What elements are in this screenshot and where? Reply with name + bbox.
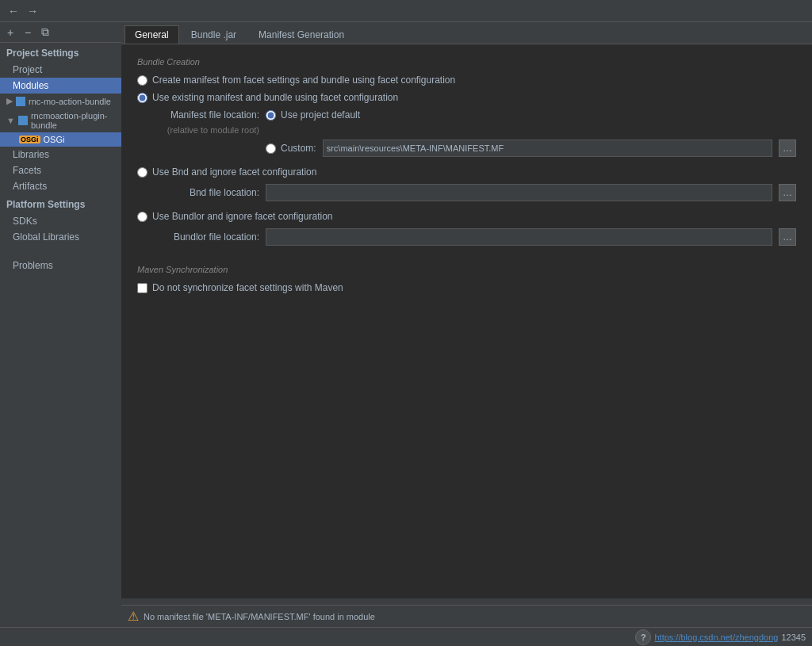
radio-create-manifest-label: Create manifest from facet settings and …: [152, 75, 455, 86]
tabs-container: General Bundle .jar Manifest Generation: [121, 22, 812, 44]
forward-button[interactable]: →: [25, 4, 40, 18]
sidebar-item-problems[interactable]: Problems: [0, 258, 121, 273]
radio-create-manifest[interactable]: Create manifest from facet settings and …: [137, 75, 796, 86]
left-panel: + − ⧉ Project Settings Project Modules ▶…: [0, 22, 121, 627]
nav-controls: ← →: [6, 4, 40, 18]
tree-item-label: rnc-mo-action-bundle: [29, 97, 111, 106]
add-button[interactable]: +: [3, 25, 17, 40]
osgi-badge: OSGi: [19, 136, 40, 143]
project-settings-header: Project Settings: [0, 43, 121, 62]
bundlor-browse-button[interactable]: …: [779, 228, 796, 246]
maven-checkbox[interactable]: [137, 283, 147, 293]
tree-item-osgi-label: OSGi: [44, 135, 65, 144]
custom-row: Custom: …: [156, 140, 796, 157]
custom-radio[interactable]: [266, 143, 276, 154]
radio-bundlor[interactable]: Use Bundlor and ignore facet configurati…: [137, 211, 796, 222]
page-number: 12345: [781, 633, 806, 642]
tree-item-plugin-bundle[interactable]: ▼ rncmoaction-plugin-bundle: [0, 109, 121, 132]
radio-bundlor-label: Use Bundlor and ignore facet configurati…: [152, 211, 332, 222]
back-button[interactable]: ←: [6, 4, 21, 18]
manifest-location-row: Manifest file location: Use project defa…: [156, 109, 796, 120]
maven-checkbox-row[interactable]: Do not synchronize facet settings with M…: [137, 282, 796, 293]
bnd-path-input[interactable]: [266, 184, 772, 201]
sidebar-item-sdks[interactable]: SDKs: [0, 213, 121, 229]
use-project-default-option[interactable]: Use project default: [266, 109, 360, 120]
radio-use-existing-input[interactable]: [137, 93, 147, 103]
radio-bnd-input[interactable]: [137, 167, 147, 178]
status-message: No manifest file 'META-INF/MANIFEST.MF' …: [144, 612, 375, 621]
sidebar-item-modules[interactable]: Modules: [0, 78, 121, 94]
bnd-location-row: Bnd file location: …: [156, 184, 796, 201]
tree-item-osgi[interactable]: OSGi OSGi: [0, 132, 121, 147]
maven-sync-label: Maven Synchronization: [137, 265, 796, 274]
sidebar-item-global-libraries[interactable]: Global Libraries: [0, 229, 121, 245]
radio-create-manifest-input[interactable]: [137, 75, 147, 86]
scrollbar[interactable]: [121, 598, 812, 605]
platform-settings-header: Platform Settings: [0, 194, 121, 213]
status-bar: ⚠ No manifest file 'META-INF/MANIFEST.MF…: [121, 605, 812, 627]
url-link[interactable]: https://blog.csdn.net/zhengdong: [654, 633, 778, 642]
tab-bundle-jar[interactable]: Bundle .jar: [181, 25, 247, 44]
content-area: General Bundle .jar Manifest Generation …: [121, 22, 812, 627]
arrow-icon-expanded: ▼: [6, 116, 15, 125]
title-bar: ← →: [0, 0, 812, 22]
bundle-creation-label: Bundle Creation: [137, 57, 796, 67]
radio-use-existing[interactable]: Use existing manifest and bundle using f…: [137, 92, 796, 103]
maven-checkbox-label: Do not synchronize facet settings with M…: [152, 282, 343, 293]
sidebar-item-artifacts[interactable]: Artifacts: [0, 178, 121, 194]
relative-note: (relative to module root): [156, 125, 259, 135]
bundlor-location-label: Bundlor file location:: [156, 231, 259, 243]
maven-section: Maven Synchronization Do not synchronize…: [137, 265, 796, 293]
bnd-location-label: Bnd file location:: [156, 187, 259, 198]
form-content: Bundle Creation Create manifest from fac…: [121, 44, 812, 598]
custom-option[interactable]: Custom:: [266, 143, 316, 154]
radio-bnd[interactable]: Use Bnd and ignore facet configuration: [137, 166, 796, 178]
sidebar-item-facets[interactable]: Facets: [0, 162, 121, 178]
remove-button[interactable]: −: [21, 25, 35, 40]
copy-button[interactable]: ⧉: [38, 25, 52, 40]
tree-toolbar: + − ⧉: [0, 22, 121, 43]
bottom-bar: ? https://blog.csdn.net/zhengdong 12345: [0, 627, 812, 646]
warning-icon: ⚠: [128, 609, 139, 624]
sidebar-item-project[interactable]: Project: [0, 62, 121, 78]
custom-browse-button[interactable]: …: [779, 140, 796, 157]
bundlor-path-input[interactable]: [266, 228, 772, 246]
sidebar-item-libraries[interactable]: Libraries: [0, 147, 121, 162]
bundlor-location-row: Bundlor file location: …: [156, 228, 796, 246]
help-button[interactable]: ?: [635, 629, 651, 645]
tab-general[interactable]: General: [124, 25, 179, 44]
custom-label: Custom:: [281, 143, 316, 154]
manifest-options: Manifest file location: Use project defa…: [156, 109, 796, 157]
radio-bundlor-input[interactable]: [137, 212, 147, 222]
bnd-browse-button[interactable]: …: [779, 184, 796, 201]
arrow-icon: ▶: [6, 96, 13, 106]
tab-manifest-generation[interactable]: Manifest Generation: [248, 25, 354, 44]
use-project-default-radio[interactable]: [266, 110, 276, 120]
tree-item-label: rncmoaction-plugin-bundle: [31, 111, 118, 130]
manifest-location-label: Manifest file location:: [156, 109, 259, 120]
radio-bnd-label: Use Bnd and ignore facet configuration: [152, 166, 316, 178]
relative-note-row: (relative to module root): [156, 125, 796, 135]
tree-item-action-bundle[interactable]: ▶ rnc-mo-action-bundle: [0, 94, 121, 109]
custom-path-input[interactable]: [323, 140, 772, 157]
radio-use-existing-label: Use existing manifest and bundle using f…: [152, 92, 398, 103]
use-project-default-label: Use project default: [281, 109, 360, 120]
